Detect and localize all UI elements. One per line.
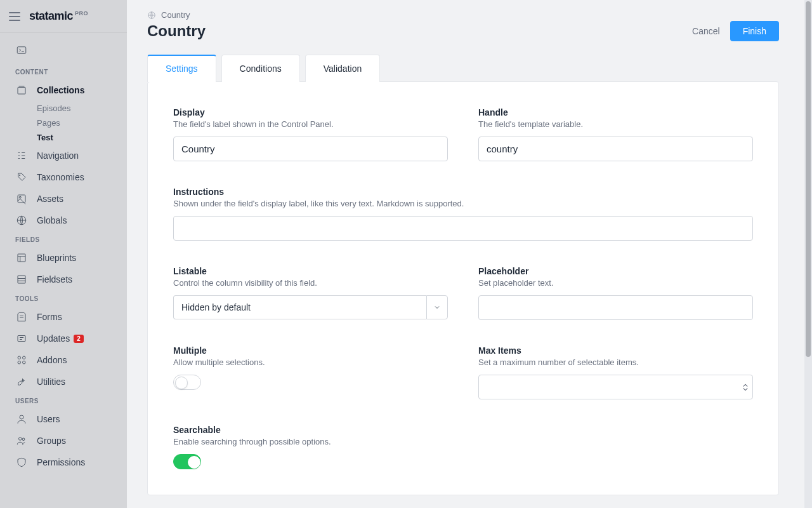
page-title: Country [147,22,206,40]
sidebar-subitem-pages[interactable]: Pages [0,116,127,130]
stepper-arrows[interactable] [743,384,748,391]
sidebar-item-label: Fieldsets [37,274,72,284]
searchable-label: Searchable [173,425,448,435]
handle-help: The field's template variable. [478,119,753,129]
sidebar-item-label: Forms [37,312,62,322]
searchable-help: Enable searching through possible option… [173,437,448,446]
svg-point-10 [23,356,26,359]
field-placeholder: Placeholder Set placeholder text. [478,266,753,320]
sidebar-subitem-episodes[interactable]: Episodes [0,101,127,116]
taxonomies-icon [15,171,28,184]
placeholder-label: Placeholder [478,266,753,276]
searchable-toggle[interactable] [173,454,201,469]
instructions-input[interactable] [173,216,753,241]
sidebar-item-globals[interactable]: Globals [0,210,127,231]
display-input[interactable] [173,137,448,161]
svg-rect-7 [18,276,25,283]
field-max-items: Max Items Set a maximum number of select… [478,345,753,399]
listable-select-arrow[interactable] [426,295,448,319]
blueprints-icon [15,251,28,264]
sidebar-item-groups[interactable]: Groups [0,430,127,451]
sidebar-item-users[interactable]: Users [0,408,127,430]
sidebar-item-permissions[interactable]: Permissions [0,451,127,473]
settings-card: Display The field's label shown in the C… [147,81,779,495]
sidebar-header: statamicPRO [0,0,127,33]
sidebar-item-taxonomies[interactable]: Taxonomies [0,166,127,188]
forms-icon [15,311,28,323]
display-label: Display [173,107,448,117]
field-handle: Handle The field's template variable. [478,107,753,161]
field-multiple: Multiple Allow multiple selections. [173,345,448,399]
scrollbar-thumb[interactable] [806,1,811,357]
field-display: Display The field's label shown in the C… [173,107,448,161]
tabs: Settings Conditions Validation [147,54,779,81]
sidebar-item-assets[interactable]: Assets [0,188,127,210]
sidebar-item-fieldsets[interactable]: Fieldsets [0,269,127,290]
sidebar-item-label: Globals [37,215,67,225]
logo: statamicPRO [29,10,88,23]
tab-settings[interactable]: Settings [147,55,216,82]
multiple-help: Allow multiple selections. [173,358,448,367]
collections-icon [15,84,28,97]
sidebar-item-blueprints[interactable]: Blueprints [0,247,127,269]
sidebar-item-forms[interactable]: Forms [0,306,127,328]
listable-select[interactable]: Hidden by default [173,295,426,319]
sidebar-item-label: Users [37,414,60,424]
updates-icon [15,332,28,345]
instructions-label: Instructions [173,187,753,197]
multiple-toggle[interactable] [173,375,201,390]
placeholder-input[interactable] [478,295,753,320]
tab-conditions[interactable]: Conditions [221,55,300,82]
field-searchable: Searchable Enable searching through poss… [173,425,448,469]
svg-rect-3 [18,195,25,203]
sidebar-subitem-test[interactable]: Test [0,130,127,145]
cancel-button[interactable]: Cancel [692,26,720,36]
nav-heading-tools: TOOLS [0,290,127,306]
handle-label: Handle [478,107,753,117]
svg-point-15 [22,438,25,441]
svg-rect-1 [18,88,25,95]
sidebar-item-label: Addons [37,355,67,365]
users-icon [15,413,28,425]
placeholder-help: Set placeholder text. [478,278,753,288]
sidebar-item-label: Permissions [37,457,85,467]
nav-heading-users: USERS [0,392,127,408]
sidebar-item-collections[interactable]: Collections [0,79,127,101]
assets-icon [15,192,28,205]
instructions-help: Shown under the field's display label, l… [173,199,753,208]
sidebar-item-label: Utilities [37,377,65,387]
svg-rect-6 [18,254,25,262]
dashboard-icon [15,44,28,57]
svg-point-14 [19,438,22,441]
sidebar-item-label: Assets [37,194,63,204]
sidebar-item-updates[interactable]: Updates 2 [0,328,127,349]
updates-badge: 2 [74,335,84,343]
tab-validation[interactable]: Validation [305,55,380,82]
max-items-input[interactable] [478,375,753,399]
addons-icon [15,354,28,366]
sidebar-item-label: Blueprints [37,253,76,263]
sidebar-item-addons[interactable]: Addons [0,349,127,371]
groups-icon [15,434,28,447]
sidebar: statamicPRO CONTENT Collections Episodes… [0,0,127,508]
scrollbar[interactable] [804,0,812,508]
breadcrumb[interactable]: Country [147,10,779,20]
globe-icon [147,11,156,20]
field-instructions: Instructions Shown under the field's dis… [173,187,753,241]
sidebar-item-label: Groups [37,436,66,446]
main-content: Country Country Cancel Finish Settings C… [127,0,812,508]
sidebar-item-dashboard[interactable] [0,39,127,61]
svg-point-9 [18,356,21,359]
sidebar-item-utilities[interactable]: Utilities [0,371,127,392]
utilities-icon [15,375,28,388]
sidebar-item-label: Navigation [37,150,79,161]
listable-label: Listable [173,266,448,276]
listable-help: Control the column visibility of this fi… [173,278,448,288]
fieldsets-icon [15,273,28,286]
handle-input[interactable] [478,137,753,161]
sidebar-item-label: Collections [37,85,84,95]
max-items-help: Set a maximum number of selectable items… [478,358,753,367]
menu-toggle-icon[interactable] [9,12,20,21]
finish-button[interactable]: Finish [730,21,779,41]
sidebar-item-navigation[interactable]: Navigation [0,145,127,166]
